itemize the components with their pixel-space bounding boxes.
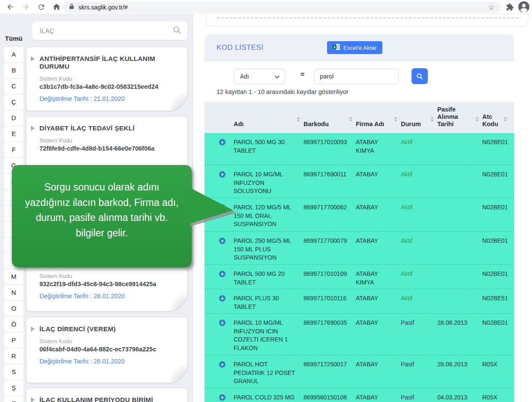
sort-arrows-icon: [394, 117, 397, 122]
card-title: DİYABET İLAÇ TEDAVİ ŞEKLİ: [39, 124, 135, 132]
cell-firma: ATABAY KIMYA: [356, 270, 401, 287]
expand-row-icon[interactable]: +: [219, 295, 225, 302]
cell-firma: ATABAY KIMYA: [356, 138, 401, 155]
column-header-durum[interactable]: Durum: [401, 121, 437, 128]
column-header-atc-kodu[interactable]: Atc Kodu: [482, 113, 511, 128]
cell-adi: PAROL 500 MG 20 TABLET: [234, 270, 304, 287]
letter-B[interactable]: B: [4, 63, 24, 79]
cell-adi: PAROL PLUS 30 TABLET: [234, 294, 304, 311]
card-title: İLAÇ KULLANIM PERİYODU BİRİMİ: [39, 396, 153, 402]
cell-durum: Pasif: [401, 319, 437, 327]
letter-F[interactable]: F: [4, 142, 24, 158]
filter-bar: Adı = 12 kayıttan 1 - 10 arasındaki kayı…: [204, 61, 514, 102]
filter-field-select[interactable]: Adı: [234, 69, 285, 84]
expand-row-icon[interactable]: +: [219, 361, 225, 368]
cell-barkod: 8699717690011: [304, 170, 356, 179]
letter-Ö[interactable]: Ö: [4, 317, 24, 332]
column-header-pasife-al-nma-tarihi[interactable]: Pasife Alınma Tarihi: [437, 106, 482, 128]
cell-atc: N02BE01: [482, 138, 511, 147]
letter-P[interactable]: P: [4, 332, 24, 348]
table-row: +PAROL 120 MG/5 ML 150 ML ORAL SUSPANSIY…: [204, 198, 514, 232]
expand-row-icon[interactable]: +: [219, 320, 225, 326]
column-label: Adı: [234, 121, 243, 127]
modified-date: Değiştirilme Tarihi : 28.01.2020: [39, 293, 181, 299]
chevron-down-icon: [275, 73, 280, 80]
expand-row-icon[interactable]: +: [219, 139, 225, 145]
forward-icon[interactable]: [21, 2, 31, 12]
letter-E[interactable]: E: [4, 126, 24, 142]
cell-firma: ATABAY: [356, 237, 401, 245]
profile-avatar[interactable]: [518, 1, 529, 14]
extensions-puzzle-icon[interactable]: [506, 3, 514, 13]
cell-firma: ATABAY: [356, 294, 401, 303]
bookmark-star-icon[interactable]: ☆: [488, 4, 495, 11]
url-bar[interactable]: skrs.saglik.gov.tr/# ☆: [62, 2, 501, 13]
export-excel-label: Excel'e Aktar: [343, 45, 377, 51]
expand-triangle-icon: [31, 126, 35, 131]
system-code-value: c3b1c7db-fc3a-4a8c-9c02-0583215eed24: [39, 83, 181, 90]
cell-durum: Aktif: [401, 203, 437, 212]
cell-atc: R05X: [482, 360, 511, 369]
system-code-label: Sistem Kodu: [39, 137, 181, 144]
cell-adi: PAROL HOT PEDIATRIK 12 POSET GRANUL: [234, 360, 304, 386]
cell-durum: Aktif: [401, 237, 437, 245]
column-header-ad-[interactable]: Adı: [234, 121, 304, 128]
table-row: +PAROL PLUS 30 TABLET8699717010116ATABAY…: [204, 289, 514, 314]
alphabet-all[interactable]: Tümü: [3, 33, 24, 44]
cell-durum: Pasif: [401, 360, 437, 369]
letter-Ş[interactable]: Ş: [4, 380, 24, 396]
code-list-card[interactable]: İLAÇ KULLANIM PERİYODU BİRİMİ: [27, 388, 187, 402]
expand-row-icon[interactable]: +: [219, 271, 225, 277]
cell-firma: ATABAY: [356, 319, 401, 327]
export-excel-button[interactable]: x Excel'e Aktar: [327, 41, 382, 54]
card-title: İLAÇ DİRENCİ (VEREM): [39, 325, 116, 332]
cell-firma: ATABAY: [356, 170, 401, 179]
system-code-value: 932c2f19-dfd3-45c8-94c3-98ce9914425a: [39, 281, 181, 287]
cell-barkod: 8699560150106: [304, 393, 356, 402]
sort-arrows-icon: [430, 117, 434, 122]
sort-arrows-icon: [297, 117, 300, 122]
letter-S[interactable]: S: [4, 364, 24, 380]
column-header-firma-ad-[interactable]: Firma Adı: [356, 121, 401, 128]
sidebar-search-input[interactable]: [40, 27, 173, 34]
reload-icon[interactable]: [36, 2, 46, 12]
code-list-card[interactable]: ANTİHİPERTANSİF İLAÇ KULLANIM DURUMUSist…: [27, 47, 187, 111]
expand-row-icon[interactable]: +: [219, 171, 225, 178]
expand-row-icon[interactable]: +: [219, 394, 225, 401]
home-icon[interactable]: [51, 2, 62, 12]
svg-text:x: x: [334, 45, 336, 49]
table-row: +PAROL COLD 325 MG 20 KAPSUL869956015010…: [204, 388, 514, 402]
column-label: Firma Adı: [356, 121, 384, 127]
cell-durum: Aktif: [401, 294, 437, 303]
cell-atc: N02BE01: [482, 237, 511, 245]
sidebar-search-box[interactable]: [32, 21, 187, 40]
table-row: +PAROL HOT PEDIATRIK 12 POSET GRANUL8699…: [204, 355, 514, 388]
letter-N[interactable]: N: [4, 285, 24, 301]
letter-C[interactable]: C: [4, 79, 24, 94]
code-list-card[interactable]: İLAÇ DİRENCİ (VEREM)Sistem Kodu06f4cabf-…: [27, 317, 187, 383]
letter-R[interactable]: R: [4, 348, 24, 364]
expand-triangle-icon: [31, 397, 35, 402]
letter-Ç[interactable]: Ç: [4, 94, 24, 110]
letter-A[interactable]: A: [4, 47, 24, 63]
letter-M[interactable]: M: [4, 269, 24, 285]
cell-durum: Aktif: [401, 138, 437, 147]
filter-value-input[interactable]: [314, 69, 399, 84]
column-label: Durum: [401, 121, 421, 127]
right-panel: KOD LİSTESİ x Excel'e Aktar Adı =: [193, 14, 532, 402]
letter-T[interactable]: T: [4, 396, 24, 402]
column-label: Barkodu: [304, 121, 329, 127]
cell-barkod: 8699717010109: [304, 270, 356, 278]
table-row: +PAROL 500 MG 30 TABLET8699717010093ATAB…: [204, 133, 514, 165]
column-header-barkodu[interactable]: Barkodu: [304, 121, 356, 128]
card-title: ANTİHİPERTANSİF İLAÇ KULLANIM DURUMU: [39, 55, 155, 70]
cell-barkod: 8699717010093: [304, 138, 356, 147]
back-icon[interactable]: [5, 2, 15, 12]
expand-row-icon[interactable]: +: [219, 238, 225, 244]
letter-O[interactable]: O: [4, 301, 24, 317]
letter-D[interactable]: D: [4, 110, 24, 126]
tooltip-text: Sorgu sonucu olarak adını yazdığınız ila…: [25, 181, 179, 239]
cell-barkod: 8699717690035: [304, 319, 356, 327]
filter-search-button[interactable]: [412, 68, 428, 84]
table-row: +PAROL 500 MG 20 TABLET8699717010109ATAB…: [204, 265, 514, 289]
